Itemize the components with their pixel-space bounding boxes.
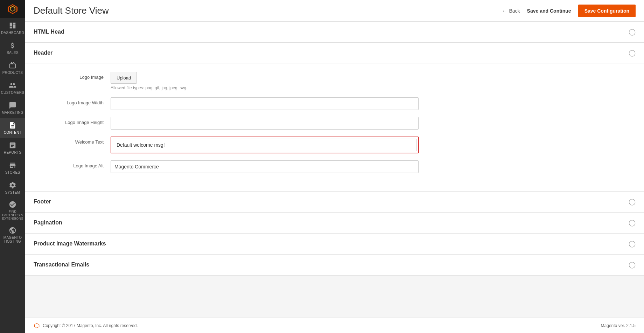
logo-image-row: Logo Image Upload Allowed file types: pn… (34, 72, 419, 90)
sidebar-item-label: CONTENT (4, 131, 21, 134)
html-head-section: HTML Head ◯ (25, 22, 644, 43)
magento-logo-icon (7, 4, 18, 15)
logo-image-control: Upload Allowed file types: png, gif, jpg… (111, 72, 419, 90)
back-label: Back (509, 8, 520, 14)
welcome-text-input[interactable] (113, 139, 416, 151)
pagination-section-title: Pagination (34, 220, 62, 226)
logo-image-width-row: Logo Image Width (34, 97, 419, 110)
page-title: Default Store View (34, 5, 502, 16)
footer-toggle-icon: ◯ (629, 198, 636, 206)
footer-version: Magento ver. 2.1.5 (601, 323, 636, 328)
product-image-watermarks-section-title: Product Image Watermarks (34, 241, 106, 247)
save-configuration-button[interactable]: Save Configuration (578, 5, 636, 17)
header-toggle-icon: ◯ (629, 49, 636, 57)
html-head-section-title: HTML Head (34, 29, 64, 35)
transactional-emails-toggle-icon: ◯ (629, 261, 636, 269)
sidebar-item-customers[interactable]: CUSTOMERS (0, 78, 25, 98)
dashboard-icon (9, 22, 16, 29)
reports-icon (9, 141, 16, 149)
sidebar-logo (0, 0, 25, 18)
transactional-emails-section: Transactional Emails ◯ (25, 255, 644, 276)
welcome-text-highlight-wrapper (111, 137, 419, 153)
logo-image-width-control (111, 97, 419, 110)
sidebar-item-label: SYSTEM (5, 190, 20, 194)
pagination-section-header[interactable]: Pagination ◯ (25, 213, 644, 233)
welcome-text-label: Welcome Text (34, 137, 111, 145)
sidebar-item-label: DASHBOARD (1, 31, 24, 35)
transactional-emails-section-header[interactable]: Transactional Emails ◯ (25, 255, 644, 275)
header-section: Header ◯ Logo Image Upload Allowed file … (25, 43, 644, 192)
products-icon (9, 62, 16, 69)
save-continue-button[interactable]: Save and Continue (527, 8, 571, 14)
sidebar-item-label: MAGENTO HOSTING (1, 236, 24, 243)
sidebar-item-marketing[interactable]: MARKETING (0, 98, 25, 118)
footer-section: Footer ◯ (25, 192, 644, 213)
sidebar: DASHBOARD SALES PRODUCTS CUSTOMERS MARKE… (0, 0, 25, 333)
system-icon (9, 181, 16, 189)
sidebar-item-label: REPORTS (4, 151, 21, 154)
hosting-icon (9, 227, 16, 234)
logo-image-height-input[interactable] (111, 117, 419, 130)
customers-icon (9, 82, 16, 89)
logo-image-label: Logo Image (34, 72, 111, 80)
logo-image-width-label: Logo Image Width (34, 97, 111, 105)
footer-copyright: Copyright © 2017 Magento, Inc. All right… (34, 322, 138, 329)
footer-section-title: Footer (34, 199, 51, 205)
sidebar-item-label: FIND PARTNERS & EXTENSIONS (1, 210, 24, 220)
content-icon (9, 122, 16, 129)
sidebar-item-system[interactable]: SYSTEM (0, 178, 25, 198)
header-section-title: Header (34, 50, 52, 56)
footer-section-header[interactable]: Footer ◯ (25, 192, 644, 212)
product-image-watermarks-section-header[interactable]: Product Image Watermarks ◯ (25, 234, 644, 254)
back-arrow-icon: ← (502, 8, 507, 14)
sidebar-item-stores[interactable]: STORES (0, 158, 25, 178)
footer-bar: Copyright © 2017 Magento, Inc. All right… (25, 318, 644, 333)
sidebar-item-content[interactable]: CONTENT (0, 118, 25, 138)
sidebar-item-magento-hosting[interactable]: MAGENTO HOSTING (0, 223, 25, 247)
sidebar-item-label: SALES (7, 51, 19, 55)
logo-image-alt-row: Logo Image Alt (34, 160, 419, 173)
sales-icon (9, 42, 16, 49)
back-button[interactable]: ← Back (502, 8, 520, 14)
footer-magento-logo-icon (34, 322, 40, 329)
upload-button[interactable]: Upload (111, 72, 137, 84)
partners-icon (9, 201, 16, 208)
welcome-text-row: Welcome Text (34, 137, 419, 153)
pagination-section: Pagination ◯ (25, 213, 644, 234)
stores-icon (9, 161, 16, 169)
sidebar-item-label: CUSTOMERS (1, 91, 24, 95)
topbar: Default Store View ← Back Save and Conti… (25, 0, 644, 22)
logo-image-alt-input[interactable] (111, 160, 419, 173)
upload-hint: Allowed file types: png, gif, jpg, jpeg,… (111, 85, 419, 90)
sidebar-item-label: PRODUCTS (2, 71, 23, 75)
logo-image-height-control (111, 117, 419, 130)
sidebar-item-label: MARKETING (2, 111, 23, 115)
logo-image-height-label: Logo Image Height (34, 117, 111, 125)
html-head-toggle-icon: ◯ (629, 28, 636, 36)
welcome-text-control (111, 137, 419, 153)
main-area: Default Store View ← Back Save and Conti… (25, 0, 644, 333)
pagination-toggle-icon: ◯ (629, 219, 636, 227)
header-section-content: Logo Image Upload Allowed file types: pn… (25, 63, 644, 191)
logo-image-alt-label: Logo Image Alt (34, 160, 111, 168)
sidebar-item-products[interactable]: PRODUCTS (0, 58, 25, 78)
logo-image-height-row: Logo Image Height (34, 117, 419, 130)
sidebar-item-sales[interactable]: SALES (0, 38, 25, 58)
logo-image-width-input[interactable] (111, 97, 419, 110)
html-head-section-header[interactable]: HTML Head ◯ (25, 22, 644, 42)
product-image-watermarks-toggle-icon: ◯ (629, 240, 636, 248)
sidebar-item-dashboard[interactable]: DASHBOARD (0, 18, 25, 38)
sidebar-item-label: STORES (5, 171, 20, 174)
transactional-emails-section-title: Transactional Emails (34, 262, 89, 268)
sidebar-item-reports[interactable]: REPORTS (0, 138, 25, 158)
header-section-header[interactable]: Header ◯ (25, 43, 644, 63)
marketing-icon (9, 102, 16, 109)
topbar-actions: ← Back Save and Continue Save Configurat… (502, 5, 636, 17)
sidebar-item-find-partners[interactable]: FIND PARTNERS & EXTENSIONS (0, 198, 25, 223)
content-area: HTML Head ◯ Header ◯ Logo Image Upload A… (25, 22, 644, 318)
logo-image-alt-control (111, 160, 419, 173)
product-image-watermarks-section: Product Image Watermarks ◯ (25, 234, 644, 255)
